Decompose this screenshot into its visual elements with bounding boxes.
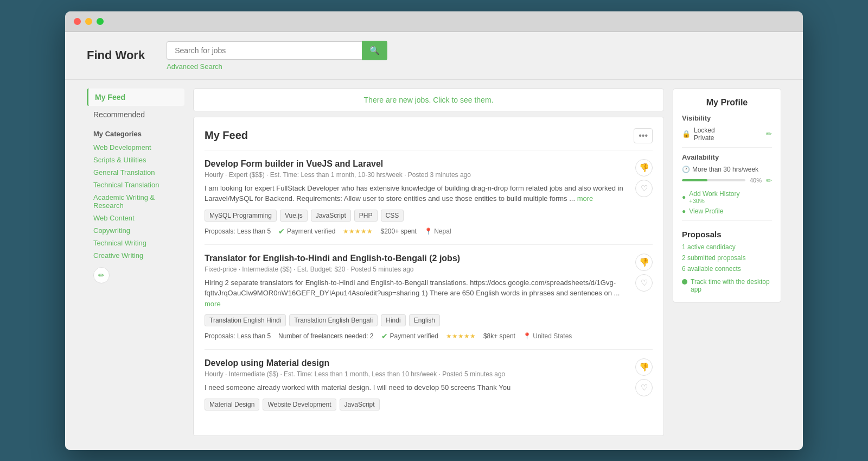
submitted-proposals-link[interactable]: 2 submitted proposals [682,254,772,262]
close-dot[interactable] [74,18,81,25]
feed-title: My Feed [205,129,248,142]
job-card-3: Develop using Material design Hourly · I… [205,349,653,425]
add-work-history-action[interactable]: ● Add Work History +30% [682,190,772,204]
progress-bar-fill [682,179,707,181]
job-tags-2: Translation English Hindi Translation En… [205,314,635,326]
search-area: 🔍 Advanced Search [167,41,387,71]
tag-js-3[interactable]: JavaScript [340,399,380,411]
check-icon-2: ✔ [381,332,388,340]
active-candidacy-link[interactable]: 1 active candidacy [682,243,772,251]
sidebar: My Feed Recommended My Categories Web De… [87,89,184,441]
maximize-dot[interactable] [97,18,104,25]
dislike-button-2[interactable]: 👎 [635,254,653,271]
visibility-label: Visibility [682,114,772,122]
job-desc-3: I need someone already worked with mater… [205,382,635,393]
available-connects-link[interactable]: 6 available connects [682,265,772,273]
job-more-link-1[interactable]: more [577,194,593,203]
minimize-dot[interactable] [85,18,92,25]
tag-translation-bengali[interactable]: Translation English Bengali [289,314,378,326]
view-profile-dot: ● [682,207,686,215]
advanced-search-link[interactable]: Advanced Search [167,62,387,71]
sidebar-category-creative-writing[interactable]: Creative Writing [87,249,184,262]
search-button[interactable]: 🔍 [362,41,387,60]
plus-icon: ● [682,193,686,201]
sidebar-item-my-feed[interactable]: My Feed [87,89,184,106]
sidebar-category-copywriting[interactable]: Copywriting [87,224,184,237]
job-title-1[interactable]: Develop Form builder in VueJS and Larave… [205,159,635,169]
tag-javascript[interactable]: JavaScript [311,210,351,222]
location-2: 📍 United States [523,332,572,340]
sidebar-item-recommended[interactable]: Recommended [87,106,184,123]
sidebar-category-web-content[interactable]: Web Content [87,212,184,224]
app-window: Find Work 🔍 Advanced Search My Feed Reco… [65,11,803,450]
sidebar-category-general-translation[interactable]: General Translation [87,166,184,179]
job-title-2[interactable]: Translator for English-to-Hindi and Engl… [205,254,635,263]
view-profile-action[interactable]: ● View Profile [682,207,772,215]
tag-translation-hindi[interactable]: Translation English Hindi [205,314,286,326]
sidebar-category-technical-translation[interactable]: Technical Translation [87,179,184,191]
tag-material-design[interactable]: Material Design [205,399,259,411]
freelancers-needed-2: Number of freelancers needed: 2 [278,332,373,340]
clock-icon: 🕐 [682,166,690,173]
progress-bar-wrap: 40% ✏ [682,176,772,185]
lock-icon: 🔒 [682,130,691,138]
add-work-history-label: Add Work History +30% [689,190,739,204]
tag-vuejs[interactable]: Vue.js [280,210,308,222]
visibility-edit-icon[interactable]: ✏ [766,130,772,138]
job-card-1-actions: 👎 ♡ [635,159,653,197]
job-more-link-2[interactable]: more [205,300,221,308]
profile-section: My Profile Visibility 🔒 Locked Private ✏ [673,89,781,302]
payment-verified-1: ✔ Payment verified [278,227,335,236]
app-body: Find Work 🔍 Advanced Search My Feed Reco… [65,32,803,450]
payment-verified-2: ✔ Payment verified [381,332,438,340]
sidebar-category-technical-writing[interactable]: Technical Writing [87,237,184,249]
tag-mysql[interactable]: MySQL Programming [205,210,277,222]
track-time-label: Track time with the desktop app [691,278,772,293]
availability-edit-icon[interactable]: ✏ [766,176,772,185]
track-time-dot [682,279,687,285]
availability-value: 🕐 More than 30 hrs/week [682,166,772,173]
visibility-status: Locked [694,127,715,134]
titlebar [65,11,803,32]
job-card-1-content: Develop Form builder in VueJS and Larave… [205,159,635,236]
tag-php[interactable]: PHP [354,210,378,222]
job-footer-1: Proposals: Less than 5 ✔ Payment verifie… [205,227,635,236]
job-tags-3: Material Design Website Development Java… [205,399,635,411]
like-button-3[interactable]: ♡ [635,379,653,396]
search-icon: 🔍 [369,46,380,55]
sidebar-category-scripts[interactable]: Scripts & Utilities [87,154,184,166]
feed-menu-button[interactable]: ••• [634,128,653,143]
like-button-1[interactable]: ♡ [635,180,653,197]
tag-css[interactable]: CSS [381,210,404,222]
dislike-button-1[interactable]: 👎 [635,159,653,176]
visibility-labels: Locked Private [694,127,715,142]
dislike-button-3[interactable]: 👎 [635,358,653,376]
tag-hindi[interactable]: Hindi [381,314,405,326]
availability-pct: 40% [750,177,762,184]
search-input[interactable] [167,41,362,60]
proposals-section: Proposals 1 active candidacy 2 submitted… [682,230,772,273]
sidebar-category-web-dev[interactable]: Web Development [87,141,184,154]
visibility-sublabel: Private [694,134,715,142]
sidebar-category-academic-writing[interactable]: Academic Writing & Research [87,191,184,212]
job-card-3-actions: 👎 ♡ [635,358,653,396]
feed-card: My Feed ••• Develop Form builder in VueJ… [193,117,664,436]
job-card-3-content: Develop using Material design Hourly · I… [205,358,635,416]
job-card-3-inner: Develop using Material design Hourly · I… [205,358,653,416]
job-title-3[interactable]: Develop using Material design [205,358,635,368]
location-1: 📍 Nepal [424,228,451,235]
new-jobs-banner[interactable]: There are new jobs. Click to see them. [193,89,664,111]
tag-website-dev[interactable]: Website Development [263,399,336,411]
track-time-action[interactable]: Track time with the desktop app [682,278,772,293]
job-card-1: Develop Form builder in VueJS and Larave… [205,150,653,244]
proposals-title: Proposals [682,230,772,239]
job-card-2-content: Translator for English-to-Hindi and Engl… [205,254,635,341]
edit-icon: ✏ [98,271,105,280]
payment-label-2: Payment verified [390,332,438,340]
sidebar-edit-button[interactable]: ✏ [93,267,110,283]
tag-english[interactable]: English [409,314,440,326]
availability-label: Availability [682,153,772,161]
payment-label-1: Payment verified [287,228,335,235]
proposals-count-2: Proposals: Less than 5 [205,332,271,340]
like-button-2[interactable]: ♡ [635,274,653,292]
